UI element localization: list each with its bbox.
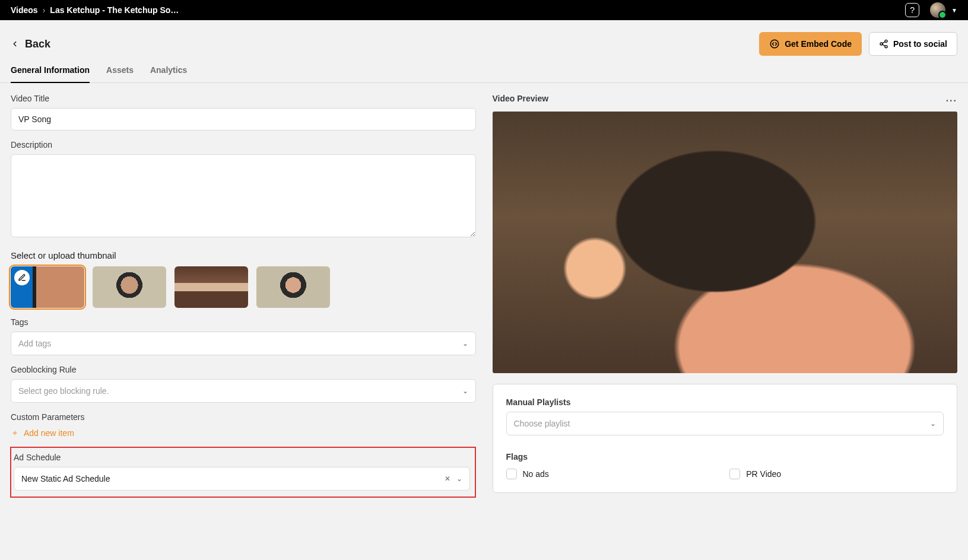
thumbnail-label: Select or upload thumbnail bbox=[11, 250, 476, 260]
add-custom-param-label: Add new item bbox=[24, 428, 74, 438]
flag-no-ads[interactable]: No ads bbox=[506, 469, 721, 479]
chevron-down-icon: ⌄ bbox=[462, 387, 468, 395]
tags-placeholder: Add tags bbox=[18, 339, 51, 348]
video-title-input[interactable] bbox=[11, 108, 476, 131]
flags-group: No ads PR Video bbox=[506, 469, 944, 479]
ad-schedule-highlight: Ad Schedule New Static Ad Schedule ✕ ⌄ bbox=[10, 447, 476, 498]
more-icon[interactable]: ··· bbox=[946, 96, 957, 106]
thumbnail-option[interactable] bbox=[93, 266, 166, 308]
manual-playlists-label: Manual Playlists bbox=[506, 397, 944, 407]
clear-icon[interactable]: ✕ bbox=[445, 475, 450, 483]
thumbnail-list bbox=[11, 266, 476, 308]
flag-pr-video-label: PR Video bbox=[746, 469, 781, 479]
custom-params-label: Custom Parameters bbox=[11, 412, 476, 422]
post-social-label: Post to social bbox=[893, 39, 947, 49]
video-preview-label: Video Preview bbox=[493, 94, 549, 103]
ad-schedule-label: Ad Schedule bbox=[11, 453, 472, 462]
embed-code-label: Get Embed Code bbox=[785, 39, 852, 49]
header-actions: Get Embed Code Post to social bbox=[759, 32, 957, 56]
breadcrumb-current: Las Ketchup - The Ketchup So… bbox=[50, 5, 179, 15]
chevron-down-icon: ⌄ bbox=[456, 475, 462, 483]
tab-general[interactable]: General Information bbox=[11, 62, 90, 83]
description-label: Description bbox=[11, 140, 476, 149]
tab-analytics[interactable]: Analytics bbox=[150, 62, 187, 82]
thumbnail-option[interactable] bbox=[256, 266, 330, 308]
ad-schedule-select[interactable]: New Static Ad Schedule ✕ ⌄ bbox=[14, 467, 470, 491]
chevron-down-icon: ⌄ bbox=[462, 339, 468, 348]
tags-input[interactable]: Add tags ⌄ bbox=[11, 332, 476, 355]
tab-assets[interactable]: Assets bbox=[106, 62, 134, 82]
edit-thumbnail-icon[interactable] bbox=[14, 270, 30, 285]
page-header: Back Get Embed Code Post to social bbox=[0, 20, 968, 62]
flag-no-ads-label: No ads bbox=[523, 469, 549, 479]
help-icon[interactable]: ? bbox=[905, 3, 919, 17]
thumbnail-option[interactable] bbox=[174, 266, 248, 308]
ad-schedule-value: New Static Ad Schedule bbox=[21, 474, 110, 483]
breadcrumb: Videos › Las Ketchup - The Ketchup So… bbox=[11, 5, 179, 15]
code-icon bbox=[769, 39, 780, 49]
back-button[interactable]: Back bbox=[11, 38, 50, 50]
topbar-right: ? ▼ bbox=[905, 2, 957, 18]
back-label: Back bbox=[25, 38, 50, 50]
left-column: Video Title Description Select or upload… bbox=[11, 94, 476, 498]
video-preview[interactable] bbox=[493, 112, 958, 373]
geoblocking-placeholder: Select geo blocking rule. bbox=[18, 386, 109, 396]
checkbox-icon bbox=[506, 469, 517, 479]
embed-code-button[interactable]: Get Embed Code bbox=[759, 32, 862, 56]
playlist-placeholder: Choose playlist bbox=[514, 419, 570, 428]
svg-point-0 bbox=[770, 40, 779, 48]
chevron-left-icon bbox=[11, 40, 19, 48]
avatar[interactable] bbox=[930, 2, 945, 18]
add-custom-param-button[interactable]: ＋ Add new item bbox=[11, 428, 476, 438]
svg-line-5 bbox=[883, 44, 886, 46]
thumbnail-option[interactable] bbox=[11, 266, 84, 308]
tabs: General Information Assets Analytics bbox=[0, 62, 968, 83]
body: Video Title Description Select or upload… bbox=[0, 83, 968, 508]
right-column: Video Preview ··· Manual Playlists Choos… bbox=[493, 94, 958, 498]
description-input[interactable] bbox=[11, 154, 476, 237]
tags-label: Tags bbox=[11, 317, 476, 327]
caret-down-icon[interactable]: ▼ bbox=[951, 7, 957, 14]
flags-label: Flags bbox=[506, 452, 944, 462]
chevron-right-icon: › bbox=[43, 5, 46, 15]
post-social-button[interactable]: Post to social bbox=[869, 32, 957, 56]
share-icon bbox=[879, 39, 888, 49]
chevron-down-icon: ⌄ bbox=[930, 419, 936, 428]
right-panel: Manual Playlists Choose playlist ⌄ Flags… bbox=[493, 384, 958, 493]
geoblocking-select[interactable]: Select geo blocking rule. ⌄ bbox=[11, 379, 476, 403]
playlist-select[interactable]: Choose playlist ⌄ bbox=[506, 412, 944, 435]
topbar: Videos › Las Ketchup - The Ketchup So… ?… bbox=[0, 0, 968, 20]
geoblocking-label: Geoblocking Rule bbox=[11, 365, 476, 374]
breadcrumb-root[interactable]: Videos bbox=[11, 5, 38, 15]
video-title-label: Video Title bbox=[11, 94, 476, 103]
svg-line-4 bbox=[883, 42, 886, 43]
flag-pr-video[interactable]: PR Video bbox=[729, 469, 944, 479]
preview-header: Video Preview ··· bbox=[493, 94, 958, 108]
checkbox-icon bbox=[729, 469, 740, 479]
plus-icon: ＋ bbox=[11, 428, 19, 438]
